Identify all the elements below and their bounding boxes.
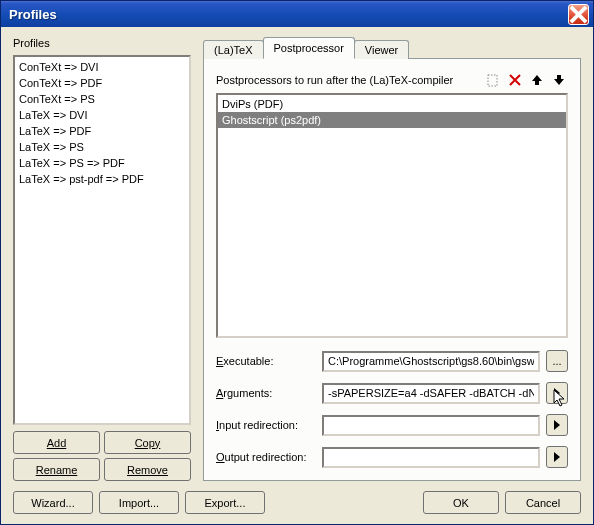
list-item[interactable]: LaTeX => PS xyxy=(19,139,185,155)
profiles-label: Profiles xyxy=(13,37,191,49)
svg-rect-0 xyxy=(488,75,497,86)
delete-icon[interactable] xyxy=(506,71,524,89)
input-redir-menu-button[interactable] xyxy=(546,414,568,436)
postproc-heading: Postprocessors to run after the (La)TeX-… xyxy=(216,74,480,86)
list-item[interactable]: ConTeXt => DVI xyxy=(19,59,185,75)
tab-latex[interactable]: (La)TeX xyxy=(203,40,264,59)
postproc-toolbar: Postprocessors to run after the (La)TeX-… xyxy=(216,71,568,89)
output-redir-input[interactable] xyxy=(322,447,540,468)
list-item[interactable]: LaTeX => PDF xyxy=(19,123,185,139)
profiles-listbox[interactable]: ConTeXt => DVI ConTeXt => PDF ConTeXt =>… xyxy=(13,55,191,425)
copy-button[interactable]: Copy xyxy=(104,431,191,454)
browse-button[interactable]: ... xyxy=(546,350,568,372)
titlebar: Profiles xyxy=(1,1,593,27)
input-redir-input[interactable] xyxy=(322,415,540,436)
executable-input[interactable] xyxy=(322,351,540,372)
dialog-content: Profiles ConTeXt => DVI ConTeXt => PDF C… xyxy=(1,27,593,524)
list-item[interactable]: DviPs (PDF) xyxy=(218,96,566,112)
tab-postprocessor[interactable]: Postprocessor xyxy=(263,37,355,59)
postproc-listbox[interactable]: DviPs (PDF) Ghostscript (ps2pdf) xyxy=(216,93,568,338)
executable-label: Executable: xyxy=(216,355,316,367)
move-up-icon[interactable] xyxy=(528,71,546,89)
arguments-label: Arguments: xyxy=(216,387,316,399)
profiles-panel: Profiles ConTeXt => DVI ConTeXt => PDF C… xyxy=(13,37,191,481)
chevron-right-icon xyxy=(554,452,560,462)
new-icon[interactable] xyxy=(484,71,502,89)
rename-button[interactable]: Rename xyxy=(13,458,100,481)
upper-area: Profiles ConTeXt => DVI ConTeXt => PDF C… xyxy=(13,37,581,481)
cancel-button[interactable]: Cancel xyxy=(505,491,581,514)
list-item[interactable]: LaTeX => pst-pdf => PDF xyxy=(19,171,185,187)
input-redir-label: Input redirection: xyxy=(216,419,316,431)
close-icon[interactable] xyxy=(568,4,589,25)
chevron-right-icon xyxy=(554,420,560,430)
profile-buttons: Add Copy Rename Remove xyxy=(13,431,191,481)
list-item[interactable]: Ghostscript (ps2pdf) xyxy=(218,112,566,128)
postproc-form: Executable: ... Arguments: xyxy=(216,350,568,468)
output-redir-label: Output redirection: xyxy=(216,451,316,463)
arguments-input[interactable] xyxy=(322,383,540,404)
move-down-icon[interactable] xyxy=(550,71,568,89)
window-title: Profiles xyxy=(9,7,568,22)
list-item[interactable]: LaTeX => PS => PDF xyxy=(19,155,185,171)
tab-bar: (La)TeX Postprocessor Viewer xyxy=(203,37,581,59)
tab-panel: Postprocessors to run after the (La)TeX-… xyxy=(203,58,581,481)
arguments-menu-button[interactable] xyxy=(546,382,568,404)
tab-viewer[interactable]: Viewer xyxy=(354,40,409,59)
list-item[interactable]: LaTeX => DVI xyxy=(19,107,185,123)
list-item[interactable]: ConTeXt => PDF xyxy=(19,75,185,91)
import-button[interactable]: Import... xyxy=(99,491,179,514)
settings-panel: (La)TeX Postprocessor Viewer Postprocess… xyxy=(203,37,581,481)
chevron-right-icon xyxy=(554,388,560,398)
dialog-window: Profiles Profiles ConTeXt => DVI ConTeXt… xyxy=(0,0,594,525)
add-button[interactable]: Add xyxy=(13,431,100,454)
output-redir-menu-button[interactable] xyxy=(546,446,568,468)
remove-button[interactable]: Remove xyxy=(104,458,191,481)
export-button[interactable]: Export... xyxy=(185,491,265,514)
wizard-button[interactable]: Wizard... xyxy=(13,491,93,514)
dialog-footer: Wizard... Import... Export... OK Cancel xyxy=(13,491,581,514)
ok-button[interactable]: OK xyxy=(423,491,499,514)
list-item[interactable]: ConTeXt => PS xyxy=(19,91,185,107)
